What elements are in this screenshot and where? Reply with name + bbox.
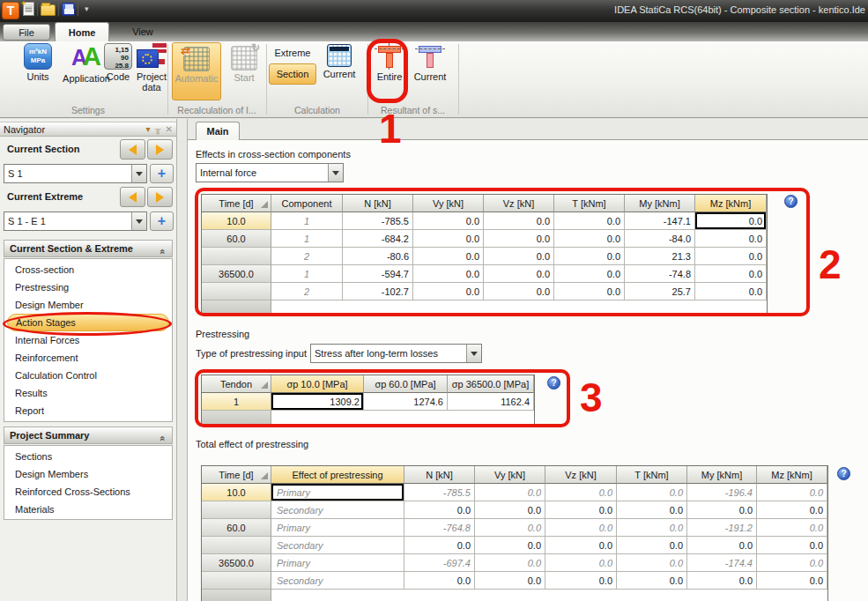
table-cell[interactable]: [202, 501, 271, 519]
column-header[interactable]: σp 60.0 [MPa]: [364, 375, 448, 393]
table-cell[interactable]: 1: [271, 212, 343, 230]
dropdown-arrow-icon[interactable]: [466, 345, 481, 362]
column-header[interactable]: N [kN]: [404, 466, 475, 484]
table-cell[interactable]: 0.0: [413, 230, 484, 248]
entire-button[interactable]: Entire: [371, 43, 408, 82]
nav-item-action-stages[interactable]: Action Stages: [7, 314, 169, 331]
open-folder-icon[interactable]: [41, 4, 56, 16]
column-header[interactable]: Mz [kNm]: [695, 195, 767, 212]
nav-item-sections[interactable]: Sections: [4, 448, 172, 465]
table-cell[interactable]: -785.5: [404, 484, 475, 501]
table-cell[interactable]: 0.0: [484, 230, 554, 248]
column-header[interactable]: T [kNm]: [617, 466, 687, 484]
table-cell[interactable]: 1274.6: [364, 393, 448, 411]
tab-file[interactable]: File: [3, 24, 50, 41]
prev-extreme-button[interactable]: [120, 187, 145, 207]
table-cell[interactable]: -785.5: [343, 212, 413, 230]
table-cell[interactable]: 0.0: [413, 212, 484, 230]
table-cell[interactable]: 0.0: [545, 572, 617, 590]
nav-item-design-members[interactable]: Design Members: [4, 465, 172, 483]
table-cell[interactable]: 0.0: [695, 230, 767, 248]
automatic-button[interactable]: ⇄ Automatic: [172, 42, 221, 100]
table-cell[interactable]: -74.8: [625, 265, 695, 283]
column-header[interactable]: σp 10.0 [MPa]: [271, 375, 364, 393]
table-cell[interactable]: 0.0: [695, 265, 767, 283]
table-cell[interactable]: 0.0: [554, 283, 625, 300]
column-header[interactable]: Vz [kN]: [484, 195, 554, 212]
table-cell[interactable]: 36500.0: [202, 554, 271, 572]
table-cell[interactable]: 0.0: [475, 519, 545, 537]
table-cell[interactable]: 0.0: [404, 501, 475, 519]
dropdown-arrow-icon[interactable]: [131, 212, 146, 230]
table-cell[interactable]: 0.0: [545, 519, 617, 537]
table-cell[interactable]: Secondary: [271, 537, 404, 554]
app-logo-icon[interactable]: T: [2, 2, 19, 19]
help-icon[interactable]: ?: [784, 195, 798, 208]
table-cell[interactable]: Primary: [271, 484, 404, 501]
table-cell[interactable]: 0.0: [554, 230, 625, 248]
table-cell[interactable]: 0.0: [413, 248, 484, 265]
table-cell[interactable]: 2: [271, 248, 343, 265]
table-cell[interactable]: 0.0: [484, 212, 554, 230]
new-document-icon[interactable]: ✦: [23, 2, 34, 16]
close-icon[interactable]: ✕: [166, 124, 173, 134]
table-cell[interactable]: [202, 248, 271, 265]
panel-dropdown-icon[interactable]: ▾: [145, 124, 150, 134]
table-cell[interactable]: 1: [202, 393, 271, 411]
table-cell[interactable]: 0.0: [545, 537, 617, 554]
calc-current-button[interactable]: Current: [317, 44, 361, 79]
table-cell[interactable]: 0.0: [757, 572, 827, 590]
table-cell[interactable]: 0.0: [484, 265, 554, 283]
nav-item-reinforcement[interactable]: Reinforcement: [4, 349, 172, 367]
nav-item-prestressing[interactable]: Prestressing: [4, 278, 172, 296]
current-extreme-select[interactable]: S 1 - E 1: [4, 211, 147, 231]
help-icon[interactable]: ?: [547, 376, 560, 390]
table-cell[interactable]: -697.4: [404, 554, 475, 572]
add-section-button[interactable]: +: [150, 164, 174, 183]
pin-icon[interactable]: ╥: [155, 124, 161, 134]
table-cell[interactable]: -764.8: [404, 519, 475, 537]
column-header[interactable]: Vy [kN]: [413, 195, 484, 212]
table-cell[interactable]: 0.0: [404, 572, 475, 590]
table-cell[interactable]: -80.6: [343, 248, 413, 265]
table-cell[interactable]: 2: [271, 283, 343, 300]
table-cell[interactable]: 0.0: [757, 519, 827, 537]
table-cell[interactable]: Primary: [271, 519, 404, 537]
table-cell[interactable]: 0.0: [484, 248, 554, 265]
current-section-select[interactable]: S 1: [4, 164, 147, 183]
column-header[interactable]: Time [d]: [202, 466, 271, 484]
table-cell[interactable]: -147.1: [625, 212, 695, 230]
table-cell[interactable]: 0.0: [757, 484, 827, 501]
table-cell[interactable]: 0.0: [404, 537, 475, 554]
dropdown-arrow-icon[interactable]: [131, 165, 146, 182]
dropdown-arrow-icon[interactable]: [328, 164, 343, 182]
table-cell[interactable]: [202, 572, 271, 590]
table-cell[interactable]: 10.0: [202, 484, 271, 501]
table-cell[interactable]: 0.0: [475, 484, 545, 501]
next-section-button[interactable]: [147, 139, 173, 160]
table-cell[interactable]: 0.0: [413, 265, 484, 283]
prestressing-type-select[interactable]: Stress after long-term losses: [310, 344, 482, 363]
table-cell[interactable]: 0.0: [695, 212, 767, 230]
nav-item-internal-forces[interactable]: Internal Forces: [4, 331, 172, 349]
table-cell[interactable]: 0.0: [695, 283, 767, 300]
table-cell[interactable]: 0.0: [757, 554, 827, 572]
table-cell[interactable]: 0.0: [475, 554, 545, 572]
table-cell[interactable]: -84.0: [625, 230, 695, 248]
table-cell[interactable]: [202, 537, 271, 554]
table-cell[interactable]: -174.4: [687, 554, 757, 572]
table-cell[interactable]: 0.0: [695, 248, 767, 265]
effects-select[interactable]: Internal force: [196, 163, 344, 182]
column-header[interactable]: My [kNm]: [687, 466, 757, 484]
table-cell[interactable]: 1162.4: [448, 393, 534, 411]
help-icon[interactable]: ?: [837, 467, 850, 480]
table-cell[interactable]: 1: [271, 265, 343, 283]
nav-item-reinforced-cross-sections[interactable]: Reinforced Cross-Sections: [4, 483, 172, 501]
nav-item-cross-section[interactable]: Cross-section: [4, 261, 172, 278]
table-cell[interactable]: 0.0: [545, 484, 617, 501]
table-cell[interactable]: Secondary: [271, 501, 404, 519]
quick-access-dropdown-icon[interactable]: ▾: [85, 4, 89, 13]
column-header[interactable]: Time [d]: [202, 195, 271, 212]
table-cell[interactable]: 21.3: [625, 248, 695, 265]
table-cell[interactable]: [202, 283, 271, 300]
